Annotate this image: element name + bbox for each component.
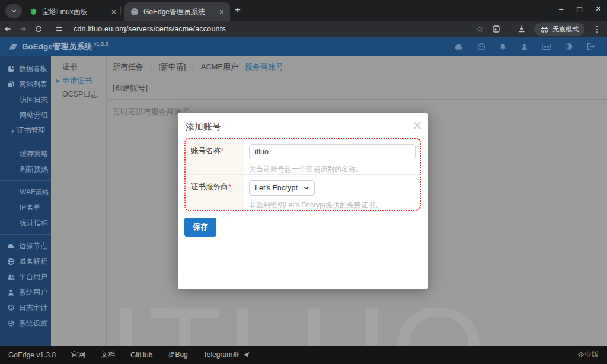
cert-provider-select[interactable]: Let's Encrypt xyxy=(249,180,315,196)
sidebar-item-cache-policy[interactable]: 缓存策略 xyxy=(0,146,51,161)
modal-title: 添加账号 xyxy=(178,113,428,133)
app-header: GoEdge管理员系统v1.3.8 xyxy=(0,37,607,56)
tab-all-tasks[interactable]: 所有任务 xyxy=(113,62,143,72)
triangle-right-icon: ▶ xyxy=(56,78,60,84)
browser-tab-baota[interactable]: 宝塔Linux面板 × xyxy=(24,2,122,21)
incognito-icon xyxy=(540,25,549,33)
site-info-icon xyxy=(55,25,63,33)
incognito-badge[interactable]: 无痕模式 xyxy=(534,23,584,36)
sidebar-item-purge-preheat[interactable]: 刷新预热 xyxy=(0,161,51,177)
browser-window: 宝塔Linux面板 × GoEdge管理员系统 × + – ▢ × cdn.it… xyxy=(0,0,607,364)
toolbar-divider xyxy=(509,25,509,33)
sidebar-item-site-groups[interactable]: 网站分组 xyxy=(0,107,51,123)
dashboard-icon xyxy=(7,65,15,73)
sidebar-item-waf-policy[interactable]: WAF策略 xyxy=(0,184,51,200)
globe-icon xyxy=(7,258,15,266)
profile-button[interactable] xyxy=(520,43,528,51)
tab-title: 宝塔Linux面板 xyxy=(42,7,107,17)
background-watermark: ITLUO xyxy=(109,289,491,346)
browser-tab-goedge[interactable]: GoEdge管理员系统 × xyxy=(124,2,230,21)
leaf-icon xyxy=(8,42,18,52)
add-account-modal: 添加账号 × 账号名称* 为当前账号起一个容易识别的名称。 证书服务商* Let… xyxy=(178,113,428,289)
footer-brand: GoEdge v1.3.8 xyxy=(8,351,56,359)
sidebar-item-dashboard[interactable]: 数据看板 xyxy=(0,61,51,76)
sidebar-divider xyxy=(0,180,51,181)
logout-icon xyxy=(586,43,595,50)
globe-icon xyxy=(477,43,485,51)
tab-search-button[interactable] xyxy=(5,4,22,18)
quick-panel-button[interactable] xyxy=(542,43,551,50)
window-close-button[interactable]: × xyxy=(596,4,601,14)
sidebar-item-ip-list[interactable]: IP名单 xyxy=(0,200,51,215)
tab-separator: | xyxy=(192,63,194,71)
user-shield-icon xyxy=(7,289,15,296)
footer-link-github[interactable]: GitHub xyxy=(130,351,152,359)
form-highlight-box: 账号名称* 为当前账号起一个容易识别的名称。 证书服务商* Let's Encr… xyxy=(184,138,421,211)
chevron-down-icon xyxy=(304,186,309,190)
logout-button[interactable] xyxy=(586,43,595,50)
bookmark-star-button[interactable]: ☆ xyxy=(476,24,484,34)
footer-link-telegram[interactable]: Telegram群 xyxy=(203,350,250,360)
save-button[interactable]: 保存 xyxy=(184,218,216,237)
tab-separator: | xyxy=(150,63,152,71)
forward-button[interactable] xyxy=(19,25,34,33)
url-bar[interactable]: cdn.itluo.eu.org/servers/certs/acme/acco… xyxy=(74,25,226,33)
footer-link-bug[interactable]: 提Bug xyxy=(168,350,187,360)
tab-close-button[interactable]: × xyxy=(219,7,224,17)
globe-favicon xyxy=(130,8,139,16)
browser-tabstrip: 宝塔Linux面板 × GoEdge管理员系统 × + – ▢ × xyxy=(0,0,607,21)
bell-icon xyxy=(499,43,507,51)
extension-icon xyxy=(492,25,500,33)
form-row-account-name: 账号名称* 为当前账号起一个容易识别的名称。 xyxy=(186,139,420,174)
modal-close-icon[interactable]: × xyxy=(413,114,422,137)
site-info-button[interactable] xyxy=(55,25,70,33)
tab-acme-users[interactable]: ACME用户 xyxy=(200,62,238,72)
theme-toggle-button[interactable] xyxy=(565,43,573,50)
required-mark: * xyxy=(229,183,231,190)
footer-link-docs[interactable]: 文档 xyxy=(101,350,115,360)
sidebar-item-sites[interactable]: 网站列表 xyxy=(0,76,51,92)
messages-button[interactable] xyxy=(454,43,464,50)
new-tab-button[interactable]: + xyxy=(235,4,241,16)
user-icon xyxy=(520,43,528,51)
chevron-down-icon xyxy=(11,8,17,14)
window-minimize-button[interactable]: – xyxy=(559,5,563,14)
users-icon xyxy=(7,273,15,281)
paper-plane-icon xyxy=(242,352,250,358)
submenu-item-ocsp-logs[interactable]: OCSP日志 xyxy=(51,88,106,101)
window-maximize-button[interactable]: ▢ xyxy=(576,5,582,13)
tab-separator xyxy=(120,6,121,15)
sidebar-item-access-logs[interactable]: 访问日志 xyxy=(0,92,51,107)
sidebar-item-cert-management[interactable]: › 证书管理 xyxy=(0,123,51,138)
sidebar-item-metrics[interactable]: 统计指标 xyxy=(0,215,51,231)
field-label: 账号名称* xyxy=(186,139,244,174)
sidebar-item-settings[interactable]: 系统设置 xyxy=(0,315,51,331)
browser-menu-button[interactable]: ⋮ xyxy=(593,24,601,34)
create-account-link[interactable]: [创建账号] xyxy=(113,84,148,92)
sidebar-item-dns[interactable]: 域名解析 xyxy=(0,254,51,269)
sidebar-item-platform-users[interactable]: 平台用户 xyxy=(0,269,51,285)
contrast-icon xyxy=(565,43,573,50)
sidebar-item-edge-nodes[interactable]: 边缘节点 xyxy=(0,238,51,254)
download-button[interactable] xyxy=(517,25,526,33)
notifications-button[interactable] xyxy=(499,43,507,51)
extension-button[interactable] xyxy=(492,25,500,33)
sidebar-item-audit-logs[interactable]: 日志审计 xyxy=(0,300,51,315)
account-name-input[interactable] xyxy=(249,144,416,159)
sidebar-item-system-users[interactable]: 系统用户 xyxy=(0,285,51,300)
download-icon xyxy=(517,25,526,33)
reload-button[interactable] xyxy=(34,25,50,33)
card-icon xyxy=(542,43,551,50)
tab-new-request[interactable]: [新申请] xyxy=(158,62,186,72)
back-button[interactable] xyxy=(4,25,19,33)
language-button[interactable] xyxy=(477,43,485,51)
forward-icon xyxy=(19,25,27,33)
cloud-icon xyxy=(7,242,15,250)
submenu-item-certs[interactable]: 证书 xyxy=(51,60,106,74)
sidebar-divider xyxy=(0,234,51,235)
tab-close-button[interactable]: × xyxy=(111,7,116,17)
submenu-item-request-cert[interactable]: ▶ 申请证书 xyxy=(51,74,106,88)
tab-provider-accounts[interactable]: 服务商账号 xyxy=(245,62,283,72)
footer-link-home[interactable]: 官网 xyxy=(71,350,85,360)
history-icon xyxy=(7,304,15,312)
